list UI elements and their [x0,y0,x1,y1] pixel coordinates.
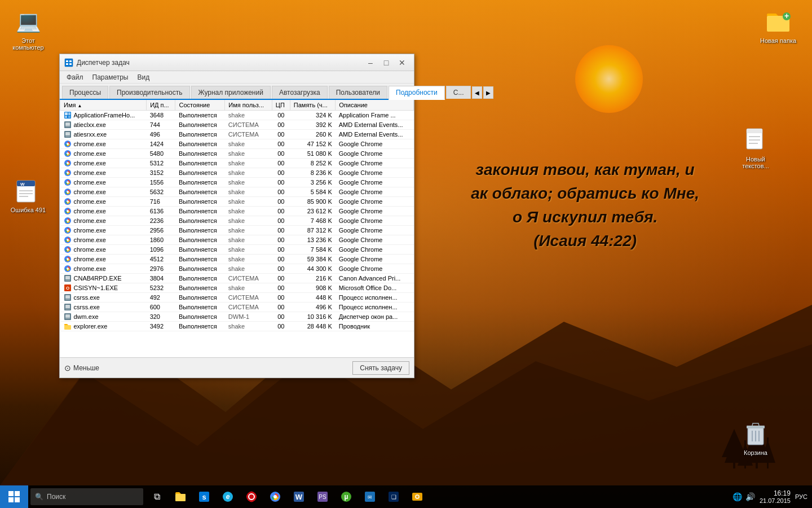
table-row[interactable]: chrome.exe 2956 Выполняется shake 00 87 … [60,226,414,235]
close-button[interactable]: ✕ [395,57,409,68]
start-button[interactable] [0,485,28,508]
col-user[interactable]: Имя польз... [225,100,272,111]
col-desc[interactable]: Описание [336,100,414,111]
end-task-button[interactable]: Снять задачу [352,361,409,375]
process-user: shake [225,168,272,178]
maximize-button[interactable]: □ [379,57,394,68]
menu-bar: Файл Параметры Вид [60,71,414,84]
process-mem: 3 256 K [290,178,335,187]
tab-users[interactable]: Пользователи [329,86,387,99]
tab-app-log[interactable]: Журнал приложений [191,86,271,99]
process-icon [64,111,72,119]
taskbar-shell[interactable]: ❑ [382,485,405,508]
process-cpu: 00 [272,274,290,283]
process-state: Выполняется [175,245,225,255]
menu-file[interactable]: Файл [62,71,88,84]
minimize-button[interactable]: – [363,57,378,68]
table-row[interactable]: chrome.exe 2236 Выполняется shake 00 7 4… [60,216,414,226]
tab-services[interactable]: С... [446,86,471,99]
process-icon [64,226,72,234]
tab-nav-right[interactable]: ▶ [483,86,493,99]
tab-nav-left[interactable]: ◀ [472,86,482,99]
process-table-container[interactable]: Имя ▲ ИД п... Состояние Имя польз... ЦП … [60,100,414,357]
process-pid: 492 [147,293,175,303]
process-pid: 1424 [147,139,175,149]
clock-date: 21.07.2015 [760,497,791,504]
process-desc: Процесс исполнен... [336,293,414,303]
process-user: shake [225,139,272,149]
process-pid: 496 [147,130,175,139]
table-row[interactable]: chrome.exe 5312 Выполняется shake 00 8 2… [60,159,414,168]
table-row[interactable]: chrome.exe 3152 Выполняется shake 00 8 2… [60,168,414,178]
desktop-icon-recycle[interactable]: Корзина [733,418,778,458]
taskbar-phpstorm[interactable]: PS [311,485,334,508]
tab-performance[interactable]: Производительность [109,86,189,99]
taskbar-task-view[interactable]: ⧉ [145,485,168,508]
process-user: СИСТЕМА [225,130,272,139]
recycle-icon-label: Корзина [744,449,767,456]
taskbar-torrent[interactable]: µ [335,485,358,508]
process-mem: 7 468 K [290,216,335,226]
desktop-icon-computer[interactable]: 💻 Этот компьютер [6,6,51,53]
table-row[interactable]: chrome.exe 1096 Выполняется shake 00 7 5… [60,245,414,255]
taskbar-agent[interactable]: ✉ [359,485,381,508]
table-row[interactable]: chrome.exe 1424 Выполняется shake 00 47 … [60,139,414,149]
process-user: СИСТЕМА [225,274,272,283]
svg-point-64 [67,220,69,222]
table-row[interactable]: chrome.exe 5632 Выполняется shake 00 5 5… [60,187,414,197]
taskbar-photo[interactable] [406,485,429,508]
tab-startup[interactable]: Автозагрузка [272,86,328,99]
table-row[interactable]: chrome.exe 2976 Выполняется shake 00 44 … [60,264,414,274]
tab-details[interactable]: Подробности [389,86,445,100]
process-name: ApplicationFrameHo... [74,112,135,119]
language-indicator[interactable]: РУС [795,493,807,500]
table-row[interactable]: O CSISYN~1.EXE 5232 Выполняется shake 00… [60,283,414,293]
menu-view[interactable]: Вид [133,71,154,84]
table-row[interactable]: atieclxx.exe 744 Выполняется СИСТЕМА 00 … [60,120,414,130]
table-row[interactable]: chrome.exe 6136 Выполняется shake 00 23 … [60,207,414,216]
taskbar-store[interactable]: s [193,485,215,508]
process-name: csrss.exe [74,294,100,301]
col-state[interactable]: Состояние [175,100,225,111]
menu-params[interactable]: Параметры [88,71,133,84]
table-row[interactable]: explorer.exe 3492 Выполняется shake 00 2… [60,322,414,331]
table-row[interactable]: csrss.exe 600 Выполняется СИСТЕМА 00 496… [60,303,414,312]
table-row[interactable]: CNAB4RPD.EXE 3804 Выполняется СИСТЕМА 00… [60,274,414,283]
tab-processes[interactable]: Процессы [62,86,108,99]
table-row[interactable]: ApplicationFrameHo... 3648 Выполняется s… [60,111,414,120]
process-desc: Процесс исполнен... [336,303,414,312]
taskbar-apps: ⧉ s e [145,485,429,508]
svg-point-50 [67,152,69,155]
table-row[interactable]: chrome.exe 716 Выполняется shake 00 85 9… [60,197,414,207]
table-row[interactable]: csrss.exe 492 Выполняется СИСТЕМА 00 448… [60,293,414,303]
col-pid[interactable]: ИД п... [147,100,175,111]
table-row[interactable]: chrome.exe 1860 Выполняется shake 00 13 … [60,235,414,245]
svg-rect-16 [747,129,762,133]
bible-text: зaкoния твои, как туман, и ак облако; об… [471,158,699,253]
process-state: Выполняется [175,168,225,178]
title-bar[interactable]: Диспетчер задач – □ ✕ [60,54,414,71]
taskbar-chrome[interactable] [264,485,286,508]
table-row[interactable]: atiesrxx.exe 496 Выполняется СИСТЕМА 00 … [60,130,414,139]
desktop-icon-new-folder[interactable]: + Новая папка [756,6,801,46]
taskbar-opera[interactable] [240,485,263,508]
table-row[interactable]: chrome.exe 5480 Выполняется shake 00 51 … [60,149,414,159]
col-cpu[interactable]: ЦП [272,100,290,111]
taskbar-edge[interactable]: e [217,485,239,508]
table-row[interactable]: chrome.exe 1556 Выполняется shake 00 3 2… [60,178,414,187]
table-row[interactable]: chrome.exe 4512 Выполняется shake 00 59 … [60,255,414,264]
desktop-icon-new-text[interactable]: Новый текстов... [733,124,778,172]
process-pid: 4512 [147,255,175,264]
table-row[interactable]: dwm.exe 320 Выполняется DWM-1 00 10 316 … [60,312,414,322]
col-mem[interactable]: Память (ч... [290,100,335,111]
process-cpu: 00 [272,187,290,197]
process-cpu: 00 [272,207,290,216]
taskbar-explorer[interactable] [169,485,192,508]
search-bar[interactable]: 🔍 Поиск [30,488,143,505]
svg-text:W: W [20,182,25,187]
col-name[interactable]: Имя ▲ [60,100,147,111]
desktop-icon-error[interactable]: W Ошибка 491 [6,175,51,216]
process-mem: 448 K [290,293,335,303]
taskbar-word[interactable]: W [288,485,310,508]
less-button[interactable]: ⊙ Меньше [64,364,99,373]
